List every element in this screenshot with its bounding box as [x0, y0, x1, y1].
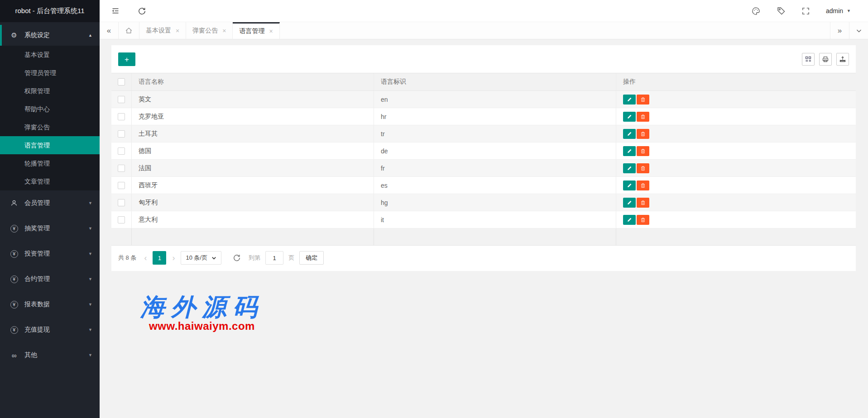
yen-icon: ¥ [9, 276, 19, 283]
tab-basic-settings[interactable]: 基本设置 × [139, 22, 186, 39]
theme-palette-icon[interactable] [751, 6, 761, 16]
sidebar-submenu-system: 基本设置 管理员管理 权限管理 帮助中心 弹窗公告 语言管理 轮播管理 文章管理 [0, 46, 100, 190]
sidebar-item-basic-settings[interactable]: 基本设置 [0, 46, 100, 64]
pencil-icon [627, 165, 633, 171]
delete-button[interactable] [637, 146, 649, 156]
table-row: 匈牙利 hg [111, 194, 856, 211]
row-checkbox[interactable] [118, 165, 125, 172]
edit-button[interactable] [623, 95, 636, 104]
sidebar-section-label: 充值提现 [24, 326, 88, 334]
edit-button[interactable] [623, 146, 636, 156]
sidebar-section-label: 会员管理 [24, 199, 88, 207]
column-header-name: 语言名称 [132, 73, 374, 90]
goto-confirm-button[interactable]: 确定 [299, 251, 324, 265]
sidebar-item-permission-management[interactable]: 权限管理 [0, 82, 100, 100]
delete-button[interactable] [637, 180, 649, 190]
edit-button[interactable] [623, 215, 636, 225]
export-button[interactable] [836, 53, 849, 66]
trash-icon [640, 182, 646, 189]
delete-button[interactable] [637, 112, 649, 122]
sidebar-item-article-management[interactable]: 文章管理 [0, 172, 100, 190]
add-language-button[interactable]: + [118, 52, 135, 66]
edit-button[interactable] [623, 112, 636, 122]
refresh-table-icon[interactable] [233, 254, 241, 262]
cell-language-name: 英文 [132, 91, 374, 108]
row-checkbox[interactable] [118, 113, 125, 120]
sidebar-section-lottery[interactable]: ¥ 抽奖管理 ▼ [0, 216, 100, 241]
edit-button[interactable] [623, 129, 636, 139]
sidebar-item-help-center[interactable]: 帮助中心 [0, 100, 100, 118]
sidebar-item-carousel-management[interactable]: 轮播管理 [0, 154, 100, 172]
delete-button[interactable] [637, 198, 649, 208]
sidebar-section-contract[interactable]: ¥ 合约管理 ▼ [0, 266, 100, 292]
fullscreen-icon[interactable] [801, 6, 811, 16]
collapse-menu-icon[interactable] [110, 6, 120, 16]
table-empty-filler [111, 228, 856, 246]
edit-button[interactable] [623, 180, 636, 190]
close-icon[interactable]: × [222, 27, 226, 34]
sidebar-section-label: 投资管理 [24, 250, 88, 258]
delete-button[interactable] [637, 95, 649, 104]
tabs-scroll-right-button[interactable]: » [830, 22, 849, 39]
page-size-select[interactable]: 10 条/页 [181, 251, 221, 265]
trash-icon [640, 148, 646, 154]
row-checkbox[interactable] [118, 182, 125, 189]
tag-icon[interactable] [776, 6, 786, 16]
user-menu[interactable]: admin ▼ [826, 7, 851, 14]
watermark-url: www.haiwaiym.com [140, 320, 264, 332]
chevron-down-icon: ▼ [88, 201, 92, 205]
prev-page-button[interactable]: ‹ [143, 254, 148, 262]
sidebar-item-language-management[interactable]: 语言管理 [0, 136, 100, 154]
pencil-icon [627, 96, 633, 102]
tab-popup-notice[interactable]: 弹窗公告 × [186, 22, 233, 39]
home-icon [125, 27, 133, 34]
delete-button[interactable] [637, 129, 649, 139]
chevron-down-icon: ▼ [847, 9, 851, 13]
trash-icon [640, 165, 646, 171]
delete-button[interactable] [637, 163, 649, 173]
sidebar-section-investment[interactable]: ¥ 投资管理 ▼ [0, 241, 100, 266]
chevron-down-icon: ▼ [88, 328, 92, 332]
row-checkbox[interactable] [118, 96, 125, 103]
sidebar-section-label: 抽奖管理 [24, 224, 88, 233]
trash-icon [640, 114, 646, 120]
tab-language-management[interactable]: 语言管理 × [233, 22, 279, 39]
filter-columns-button[interactable] [802, 53, 815, 66]
sidebar-item-popup-notice[interactable]: 弹窗公告 [0, 118, 100, 136]
watermark-title: 海外源码 [140, 294, 264, 319]
row-checkbox[interactable] [118, 199, 125, 206]
current-page-badge[interactable]: 1 [153, 251, 166, 265]
row-checkbox[interactable] [118, 216, 125, 223]
sidebar-item-admin-management[interactable]: 管理员管理 [0, 64, 100, 82]
gear-icon: ⚙ [9, 31, 19, 39]
chevron-down-icon: ▼ [88, 302, 92, 307]
goto-page-input[interactable] [265, 251, 283, 265]
sidebar-section-system[interactable]: ⚙ 系统设定 ▲ [0, 25, 100, 46]
home-tab[interactable] [119, 22, 139, 39]
select-all-checkbox[interactable] [118, 78, 125, 86]
pencil-icon [627, 217, 633, 223]
chevron-down-icon: ▼ [88, 252, 92, 256]
row-checkbox[interactable] [118, 147, 125, 155]
close-icon[interactable]: × [269, 28, 273, 35]
sidebar-section-members[interactable]: 会员管理 ▼ [0, 190, 100, 216]
sidebar-section-deposit-withdraw[interactable]: ¥ 充值提现 ▼ [0, 317, 100, 342]
tabs-menu-button[interactable] [849, 22, 868, 39]
sidebar-section-reports[interactable]: ¥ 报表数据 ▼ [0, 292, 100, 317]
table-header-row: 语言名称 语言标识 操作 [111, 73, 856, 91]
row-checkbox[interactable] [118, 130, 125, 138]
cell-language-code: en [374, 91, 616, 108]
refresh-icon[interactable] [137, 6, 147, 16]
edit-button[interactable] [623, 163, 636, 173]
table-row: 土耳其 tr [111, 125, 856, 142]
close-icon[interactable]: × [176, 27, 179, 34]
print-button[interactable] [819, 53, 832, 66]
language-table: 语言名称 语言标识 操作 英文 en 克罗地亚 hr [111, 73, 856, 246]
edit-button[interactable] [623, 198, 636, 208]
next-page-button[interactable]: › [171, 254, 176, 262]
tabs-scroll-left-button[interactable]: « [100, 22, 119, 39]
trash-icon [640, 200, 646, 206]
delete-button[interactable] [637, 215, 649, 225]
sidebar-section-other[interactable]: ∞ 其他 ▼ [0, 342, 100, 368]
chevron-down-icon: ▼ [88, 353, 92, 357]
